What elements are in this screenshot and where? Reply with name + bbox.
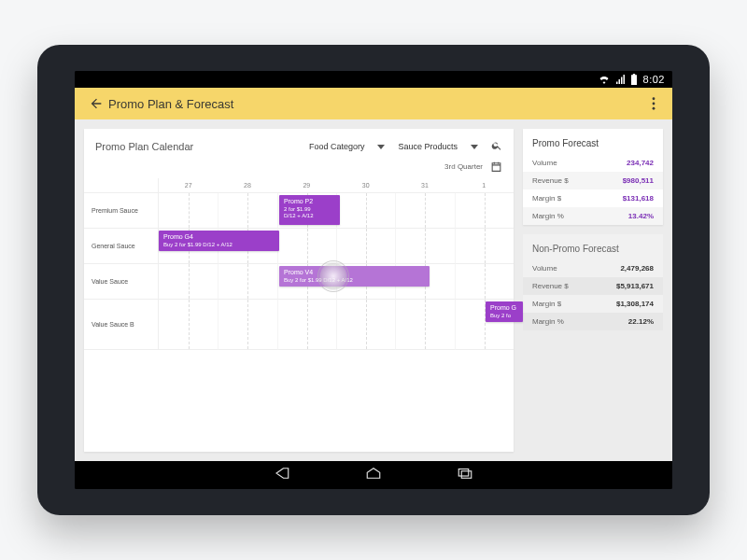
kv-row: Margin %22.12% xyxy=(523,313,663,330)
row-label: Value Sauce B xyxy=(84,300,159,350)
grid-cell[interactable] xyxy=(159,264,218,300)
grid-cell[interactable] xyxy=(159,193,218,229)
android-status-bar: 8:02 xyxy=(75,71,672,88)
calendar-header: Promo Plan Calendar Food Category Sauce … xyxy=(84,129,514,161)
content-area: Promo Plan Calendar Food Category Sauce … xyxy=(75,119,672,461)
kv-row: Margin %13.42% xyxy=(523,207,663,225)
kv-row: Margin $$131,618 xyxy=(523,189,663,207)
kv-key: Volume xyxy=(532,264,557,273)
kv-row: Volume234,742 xyxy=(523,154,663,172)
promo-bar-name: Promo G4 xyxy=(163,233,275,242)
grid-cell[interactable] xyxy=(336,300,395,350)
grid-cell[interactable] xyxy=(395,229,454,264)
promo-bar-g4[interactable]: Promo G4 Buy 2 for $1.99 D/12 + A/12 xyxy=(159,231,279,251)
promo-bar-g5[interactable]: Promo G Buy 2 fo xyxy=(486,301,523,322)
status-clock: 8:02 xyxy=(643,74,665,85)
promo-bar-name: Promo G xyxy=(490,304,518,313)
grid-cell[interactable] xyxy=(395,193,454,229)
page-title: Promo Plan & Forecast xyxy=(108,97,233,111)
period-label: 3rd Quarter xyxy=(444,162,483,171)
calendar-card: Promo Plan Calendar Food Category Sauce … xyxy=(84,129,514,452)
kv-value: 2,479,268 xyxy=(620,264,654,273)
grid-cell[interactable] xyxy=(218,264,276,300)
chevron-down-icon xyxy=(471,145,478,149)
promo-bar-detail: Buy 2 fo xyxy=(490,313,518,320)
promo-bar-p2[interactable]: Promo P2 2 for $1.99 D/12 + A/12 xyxy=(279,195,340,225)
search-button[interactable] xyxy=(491,138,502,155)
svg-point-1 xyxy=(653,97,655,100)
kv-key: Margin % xyxy=(532,212,564,220)
kv-key: Volume xyxy=(532,159,557,167)
grid-cell[interactable] xyxy=(395,300,454,350)
col-header: 31 xyxy=(395,178,454,193)
calendar-title: Promo Plan Calendar xyxy=(95,141,296,152)
chevron-down-icon xyxy=(377,145,385,149)
battery-icon xyxy=(630,74,638,85)
grid-cell[interactable] xyxy=(336,229,395,264)
stage: 8:02 Promo Plan & Forecast Promo Plan Ca… xyxy=(0,0,747,560)
svg-rect-5 xyxy=(461,471,472,479)
col-header: 30 xyxy=(336,178,395,193)
kv-value: 22.12% xyxy=(628,317,654,326)
date-picker-button[interactable] xyxy=(490,161,502,173)
col-header: 28 xyxy=(218,178,276,193)
nav-home-button[interactable] xyxy=(365,467,382,483)
grid-cell[interactable] xyxy=(455,229,514,264)
nav-back-button[interactable] xyxy=(274,467,290,483)
product-dropdown-label: Sauce Products xyxy=(398,142,458,151)
grid-cell[interactable] xyxy=(218,193,276,229)
grid-cell[interactable] xyxy=(277,300,336,350)
promo-bar-name: Promo P2 xyxy=(284,198,335,206)
nonpromo-forecast-title: Non-Promo Forecast xyxy=(523,234,663,259)
row-label: Value Sauce xyxy=(84,264,159,300)
svg-rect-0 xyxy=(631,76,635,83)
category-dropdown[interactable]: Food Category xyxy=(309,142,386,151)
cell-signal-icon xyxy=(615,75,625,84)
kv-row: Volume2,479,268 xyxy=(523,259,663,277)
grid-cell[interactable] xyxy=(277,229,336,264)
promo-bar-detail: Buy 2 for $1.99 D/12 + A/12 xyxy=(163,242,275,249)
kv-key: Margin % xyxy=(532,317,564,326)
tablet-frame: 8:02 Promo Plan & Forecast Promo Plan Ca… xyxy=(37,45,710,515)
grid-cell[interactable] xyxy=(455,264,514,300)
overflow-menu-button[interactable] xyxy=(644,97,663,110)
svg-rect-4 xyxy=(458,469,469,477)
calendar-subheader: 3rd Quarter xyxy=(84,161,514,178)
kv-value: $980,511 xyxy=(623,176,654,185)
grid-cell[interactable] xyxy=(218,300,276,350)
screen: 8:02 Promo Plan & Forecast Promo Plan Ca… xyxy=(75,71,672,489)
svg-point-2 xyxy=(653,103,655,105)
promo-bar-detail: 2 for $1.99 xyxy=(284,206,335,214)
nav-recent-button[interactable] xyxy=(457,467,473,483)
back-button[interactable] xyxy=(84,96,108,111)
promo-bar-v4[interactable]: Promo V4 Buy 2 for $1.99 D/12 + A/12 xyxy=(279,266,430,287)
grid-cell[interactable] xyxy=(159,300,218,350)
grid-cell[interactable] xyxy=(336,193,395,229)
col-header: 27 xyxy=(159,178,218,193)
col-header: 29 xyxy=(277,178,336,193)
promo-forecast-title: Promo Forecast xyxy=(523,129,663,154)
kv-value: $1,308,174 xyxy=(616,300,654,308)
promo-bar-detail: Buy 2 for $1.99 D/12 + A/12 xyxy=(284,277,425,285)
kv-key: Revenue $ xyxy=(532,176,569,185)
nonpromo-forecast-card: Non-Promo Forecast Volume2,479,268 Reven… xyxy=(523,234,663,330)
wifi-icon xyxy=(599,75,610,84)
category-dropdown-label: Food Category xyxy=(309,142,365,151)
kv-row: Margin $$1,308,174 xyxy=(523,295,663,313)
svg-point-3 xyxy=(653,107,655,110)
row-header-blank xyxy=(84,178,159,193)
col-header: 1 xyxy=(455,178,514,193)
promo-forecast-card: Promo Forecast Volume234,742 Revenue $$9… xyxy=(523,129,663,225)
promo-bar-detail: D/12 + A/12 xyxy=(284,213,335,220)
kv-key: Revenue $ xyxy=(532,282,569,290)
product-dropdown[interactable]: Sauce Products xyxy=(398,142,478,151)
kv-key: Margin $ xyxy=(532,194,561,203)
kv-row: Revenue $$5,913,671 xyxy=(523,277,663,295)
forecast-sidebar: Promo Forecast Volume234,742 Revenue $$9… xyxy=(523,129,663,452)
grid-cell[interactable] xyxy=(455,193,514,229)
kv-value: $5,913,671 xyxy=(616,282,654,290)
kv-value: 234,742 xyxy=(627,159,654,167)
app-bar: Promo Plan & Forecast xyxy=(75,88,672,119)
kv-key: Margin $ xyxy=(532,300,561,308)
row-label: Premium Sauce xyxy=(84,193,159,229)
